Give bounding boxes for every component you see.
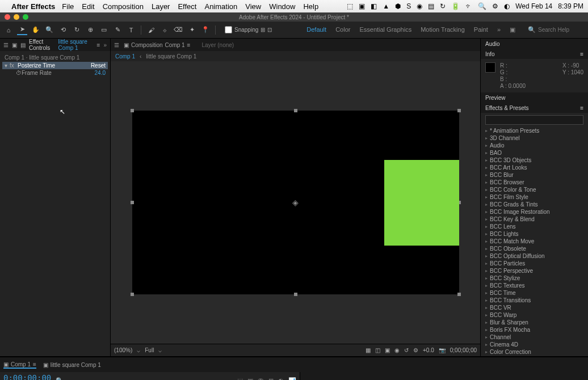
zoom-tool-icon[interactable]: 🔍 [44,25,54,35]
snapping-option2-icon[interactable]: ⊡ [267,27,272,33]
effects-category-item[interactable]: ▸BCC Key & Blend [481,216,588,223]
app-icon-3[interactable]: ⬢ [395,2,401,10]
menu-window[interactable]: Window [269,2,295,11]
timeline-tab-comp1[interactable]: ▣ Comp 1 ≡ [3,361,36,369]
effects-category-item[interactable]: ▸BCC Transitions [481,297,588,304]
app-icon-4[interactable]: S [406,2,411,10]
twirl-right-icon[interactable]: ▸ [485,217,488,222]
effects-category-item[interactable]: ▸Blur & Sharpen [481,319,588,326]
twirl-right-icon[interactable]: ▸ [485,290,488,295]
shape-tool-icon[interactable]: ▭ [99,25,109,35]
twirl-right-icon[interactable]: ▸ [485,150,488,155]
viewer-timecode[interactable]: 0;00;00;00 [450,347,477,353]
workspace-color[interactable]: Color [335,26,350,33]
effects-category-item[interactable]: ▸BCC Textures [481,282,588,289]
anchor-point-icon[interactable]: ◈ [292,198,299,207]
app-icon-1[interactable]: ◧ [371,2,377,10]
reset-exposure-icon[interactable]: ↺ [404,347,409,353]
twirl-right-icon[interactable]: ▸ [485,180,488,185]
twirl-right-icon[interactable]: ▸ [485,254,488,259]
selection-handle[interactable] [131,293,134,296]
effects-category-item[interactable]: ▸Audio [481,142,588,149]
shy-icon[interactable]: 👁 [258,377,264,381]
siri-icon[interactable]: ◐ [504,2,510,10]
tab-close-icon[interactable]: ≡ [33,361,36,368]
twirl-right-icon[interactable]: ▸ [485,349,488,354]
twirl-right-icon[interactable]: ▸ [485,313,488,318]
type-tool-icon[interactable]: T [126,25,136,35]
workspace-essential-graphics[interactable]: Essential Graphics [359,26,411,33]
panel-menu-icon[interactable]: ≡ [580,105,583,111]
effects-category-item[interactable]: ▸3D Channel [481,134,588,142]
twirl-right-icon[interactable]: ▸ [485,172,488,178]
selection-handle[interactable] [294,109,297,112]
panel-menu-icon[interactable]: ☰ [114,42,119,48]
snapping-option-icon[interactable]: ⊞ [261,27,265,33]
effect-row-posterize-time[interactable]: ▾ fx Posterize Time Reset [2,62,108,69]
menu-view[interactable]: View [245,2,261,11]
effects-category-item[interactable]: ▸BCC Film Style [481,193,588,201]
tab-close-icon[interactable]: ≡ [97,42,100,48]
comp-tab-icon[interactable]: ▣ [124,42,129,48]
composition-viewer[interactable]: ◈ [111,61,480,344]
control-center-icon[interactable]: ⚙ [492,2,498,10]
composition-canvas[interactable]: ◈ [132,111,459,294]
resolution-dropdown[interactable]: Full [145,347,154,353]
panel-menu-icon[interactable]: ≡ [580,51,583,57]
dropbox-icon[interactable]: ⬚ [347,2,353,10]
effects-category-item[interactable]: ▸BCC 3D Objects [481,157,588,164]
effects-category-item[interactable]: ▸BCC Warp [481,311,588,319]
hand-tool-icon[interactable]: ✋ [31,25,41,35]
graph-editor-icon[interactable]: 📊 [288,377,296,381]
effects-category-item[interactable]: ▸* Animation Presets [481,127,588,134]
eraser-tool-icon[interactable]: ⌫ [173,25,183,35]
effects-category-item[interactable]: ▸BCC Blur [481,171,588,179]
selection-handle[interactable] [131,109,134,112]
channel-icon[interactable]: ◉ [394,347,400,353]
breadcrumb-comp1[interactable]: Comp 1 [115,53,135,60]
effects-category-item[interactable]: ▸BCC Lens [481,223,588,230]
twirl-right-icon[interactable]: ▸ [485,298,488,303]
tab-close-icon[interactable]: ≡ [187,42,191,48]
info-panel-header[interactable]: Info≡ [481,49,588,59]
selection-handle[interactable] [457,109,461,112]
window-close-button[interactable] [5,14,10,20]
effects-category-item[interactable]: ▸BCC Obsolete [481,245,588,252]
effects-category-list[interactable]: ▸* Animation Presets▸3D Channel▸Audio▸BA… [481,127,588,356]
layer-viewer-tab[interactable]: Layer (none) [201,42,234,48]
draft3d-icon[interactable]: ▣ [247,377,253,381]
menu-effect[interactable]: Effect [178,2,196,11]
menu-help[interactable]: Help [303,2,318,11]
frame-blend-icon[interactable]: ⊞ [268,377,274,381]
search-help-input[interactable] [538,27,583,33]
breadcrumb-nested[interactable]: little square Comp 1 [146,53,196,60]
clone-tool-icon[interactable]: ⟐ [159,25,170,35]
effects-category-item[interactable]: ▸BCC Browser [481,179,588,186]
timeline-search-icon[interactable]: 🔍 [56,377,64,381]
exposure-value[interactable]: +0.0 [423,347,434,353]
app-icon-6[interactable]: ▤ [428,2,434,10]
effects-category-item[interactable]: ▸Distort [481,356,588,356]
green-square-layer[interactable] [384,160,459,246]
timeline-tab-nested[interactable]: ▣ little square Comp 1 [43,362,101,368]
app-icon-2[interactable]: ▲ [383,2,389,10]
effects-category-item[interactable]: ▸Channel [481,333,588,341]
menu-file[interactable]: File [62,2,74,11]
project-tab-icon[interactable]: ▣ [12,42,17,48]
orbit-tool-icon[interactable]: ⟲ [58,25,68,35]
twirl-right-icon[interactable]: ▸ [485,158,488,163]
effects-category-item[interactable]: ▸BCC Perspective [481,267,588,275]
timeline-work-area[interactable] [300,372,588,380]
twirl-right-icon[interactable]: ▸ [485,305,488,310]
twirl-right-icon[interactable]: ▸ [485,320,488,325]
rotate-tool-icon[interactable]: ↻ [72,25,82,35]
twirl-right-icon[interactable]: ▸ [485,165,488,170]
menubar-date[interactable]: Wed Feb 14 [515,2,552,10]
twirl-right-icon[interactable]: ▸ [485,231,488,237]
workspace-more-icon[interactable]: » [497,26,501,33]
screenrec-icon[interactable]: ▣ [359,2,365,10]
audio-panel-header[interactable]: Audio [481,39,588,49]
twirl-right-icon[interactable]: ▸ [485,209,488,214]
effects-category-item[interactable]: ▸Cinema 4D [481,341,588,348]
effects-category-item[interactable]: ▸BCC Time [481,289,588,297]
